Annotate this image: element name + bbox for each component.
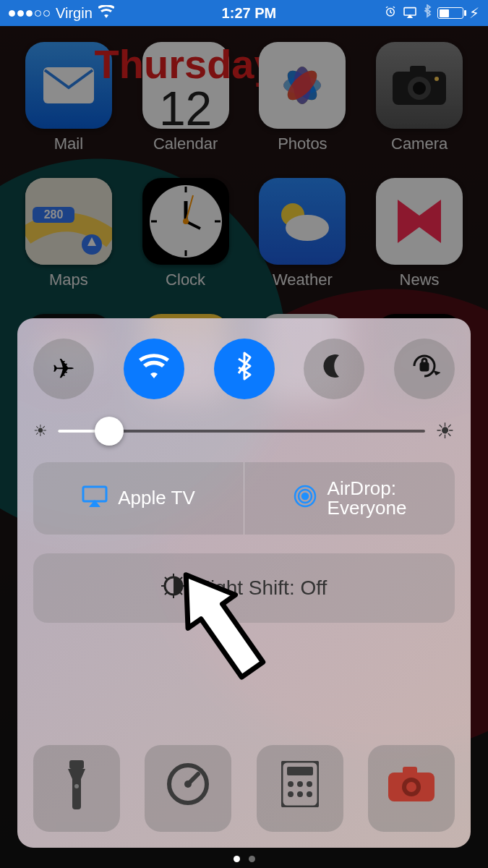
airplane-toggle[interactable]: ✈ xyxy=(33,339,94,399)
signal-dots-icon xyxy=(9,10,50,17)
airdrop-button[interactable]: AirDrop: Everyone xyxy=(244,462,455,535)
bluetooth-status-icon xyxy=(423,4,432,22)
flashlight-button[interactable] xyxy=(33,745,120,832)
svg-point-65 xyxy=(288,791,294,797)
bluetooth-icon xyxy=(236,351,253,388)
svg-rect-61 xyxy=(287,767,313,775)
svg-rect-1 xyxy=(404,7,416,14)
airplay-button[interactable]: Apple TV xyxy=(33,462,244,535)
bluetooth-toggle[interactable] xyxy=(214,339,275,399)
wifi-icon xyxy=(139,354,169,385)
svg-line-55 xyxy=(180,592,182,595)
wifi-toggle[interactable] xyxy=(124,339,184,399)
night-shift-button[interactable]: Night Shift: Off xyxy=(33,553,455,623)
airplay-status-icon xyxy=(403,5,417,22)
status-time: 1:27 PM xyxy=(222,5,277,22)
night-shift-label: Night Shift: Off xyxy=(196,576,328,600)
airdrop-label-value: Everyone xyxy=(328,497,407,519)
svg-rect-56 xyxy=(69,760,84,769)
svg-point-67 xyxy=(307,791,312,797)
brightness-low-icon: ☀︎ xyxy=(33,422,48,441)
slider-thumb[interactable] xyxy=(95,417,124,446)
svg-point-71 xyxy=(406,782,416,792)
svg-rect-43 xyxy=(83,487,106,501)
camera-shortcut-icon xyxy=(387,765,436,812)
svg-line-53 xyxy=(180,577,182,579)
svg-point-64 xyxy=(307,781,312,787)
svg-point-63 xyxy=(297,781,303,787)
page-indicator[interactable] xyxy=(0,856,488,862)
svg-point-62 xyxy=(288,781,294,787)
airplay-icon xyxy=(82,485,108,512)
brightness-slider[interactable]: ☀︎ ☀︎ xyxy=(33,418,455,443)
alarm-icon xyxy=(384,5,397,22)
calculator-icon xyxy=(281,761,319,816)
airdrop-label: AirDrop: Everyone xyxy=(328,479,407,519)
moon-icon xyxy=(320,352,348,386)
night-shift-icon xyxy=(161,574,186,603)
timer-icon xyxy=(165,761,211,816)
svg-line-54 xyxy=(165,592,167,595)
lock-rotation-icon xyxy=(408,350,440,388)
svg-rect-69 xyxy=(403,767,417,775)
camera-shortcut-button[interactable] xyxy=(368,745,455,832)
flashlight-icon xyxy=(62,759,91,818)
svg-rect-42 xyxy=(421,363,428,370)
svg-point-59 xyxy=(184,780,192,788)
svg-line-52 xyxy=(165,577,167,579)
orientation-lock-toggle[interactable] xyxy=(394,339,455,399)
calculator-button[interactable] xyxy=(257,745,343,832)
dnd-toggle[interactable] xyxy=(304,339,364,399)
battery-icon xyxy=(437,7,463,19)
brightness-high-icon: ☀︎ xyxy=(435,418,455,443)
page-dot xyxy=(249,856,255,862)
airplane-icon: ✈ xyxy=(52,353,75,385)
timer-button[interactable] xyxy=(145,745,231,832)
slider-track xyxy=(58,430,425,433)
airdrop-label-top: AirDrop: xyxy=(328,477,396,499)
carrier-label: Virgin xyxy=(56,5,93,22)
svg-point-57 xyxy=(74,784,79,788)
toggle-row: ✈ xyxy=(33,339,455,399)
shortcut-row xyxy=(33,745,455,832)
svg-point-44 xyxy=(302,493,308,499)
media-row: Apple TV AirDrop: Everyone xyxy=(33,462,455,535)
charging-icon: ⚡︎ xyxy=(469,4,479,22)
control-center: ✈ ☀︎ ☀︎ Apple TV xyxy=(17,318,471,848)
status-bar: Virgin 1:27 PM ⚡︎ xyxy=(0,0,488,26)
wifi-status-icon xyxy=(98,5,114,22)
page-dot xyxy=(234,856,240,862)
airdrop-icon xyxy=(293,484,317,514)
svg-point-66 xyxy=(297,791,303,797)
airplay-label: Apple TV xyxy=(118,488,194,508)
